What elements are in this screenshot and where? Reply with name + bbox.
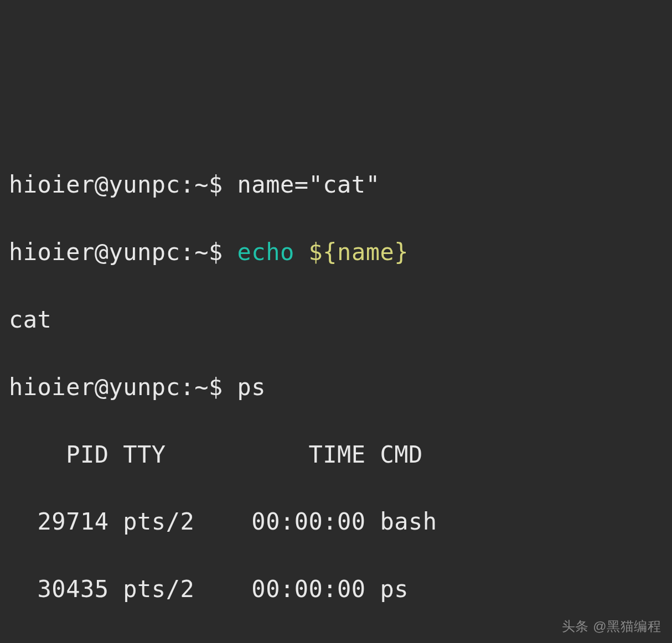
command-line: hioier@yunpc:~$ echo ${name} — [9, 236, 663, 269]
command-line: hioier@yunpc:~$ ps — [9, 371, 663, 405]
prompt: hioier@yunpc:~$ — [9, 171, 237, 198]
variable-expansion: ${name} — [294, 238, 409, 266]
prompt: hioier@yunpc:~$ — [9, 238, 237, 266]
command-line: hioier@yunpc:~$ name="cat" — [9, 168, 663, 202]
watermark-text: 头条 @黑猫编程 — [562, 617, 661, 636]
terminal-output[interactable]: hioier@yunpc:~$ name="cat" hioier@yunpc:… — [9, 135, 663, 643]
prompt: hioier@yunpc:~$ — [9, 374, 237, 401]
output-line: cat — [9, 303, 663, 337]
ps-row: 30435 pts/2 00:00:00 ps — [9, 573, 663, 606]
command-line: hioier@yunpc:~$ bash — [9, 640, 663, 643]
echo-keyword: echo — [237, 238, 294, 266]
command-text: name="cat" — [237, 171, 380, 198]
ps-row: 29714 pts/2 00:00:00 bash — [9, 505, 663, 539]
ps-header: PID TTY TIME CMD — [9, 438, 663, 472]
command-text: ps — [237, 374, 266, 401]
